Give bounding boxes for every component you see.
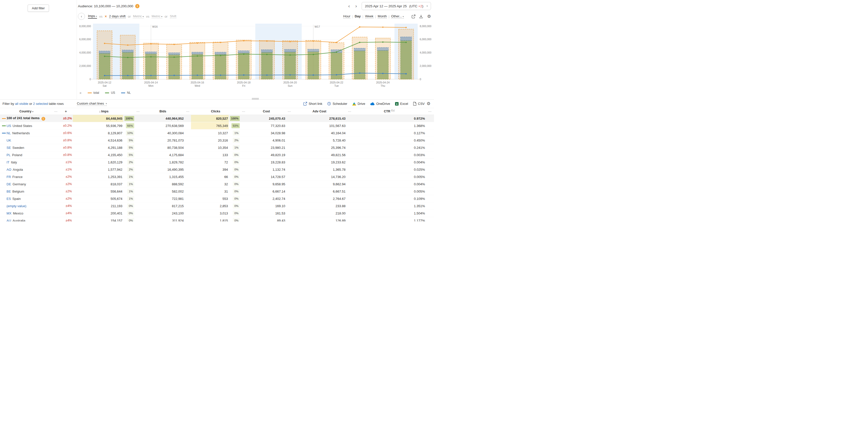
table-row[interactable]: USUnited States±0.2%55,936,79966%270,638… (0, 122, 434, 129)
cost-value: 49,820.19 (247, 151, 286, 159)
chart-settings-gear-icon[interactable]: ⚙ (427, 14, 431, 19)
table-row[interactable]: ESSpain±2%505,6741%722,9815530%2,402.742… (0, 195, 434, 202)
shift-selector-secondary[interactable]: Shift (170, 14, 177, 19)
table-row[interactable]: AUAustralia±4%154,1570%311,9241,8150%89.… (0, 217, 434, 222)
collapse-chart-controls-button[interactable]: ‹ (78, 13, 85, 20)
chevron-down-icon: ▾ (143, 15, 144, 18)
column-header-country[interactable]: Country▾ (0, 108, 53, 115)
column-header-ctr[interactable]: CTRf(x) (353, 108, 426, 115)
table-row[interactable]: SESweden±0.8%4,291,1885%80,738,50410,354… (0, 144, 434, 151)
drive-button[interactable]: Drive (352, 102, 365, 106)
granularity-day[interactable]: Day (354, 14, 361, 18)
country-column-menu-icon[interactable]: ⋯ (53, 108, 59, 115)
open-in-new-icon[interactable] (412, 14, 415, 18)
legend-item-total[interactable]: total (88, 91, 99, 94)
country-code-link[interactable]: UK (6, 139, 11, 142)
country-code-link[interactable]: SE (6, 146, 11, 150)
clicks-value: 820,527 (191, 115, 229, 122)
country-code-link[interactable]: US (6, 124, 11, 128)
table-row[interactable]: ITItaly±1%1,620,1292%1,829,782720%19,228… (0, 159, 434, 166)
column-header-clicks[interactable]: Clicks (191, 108, 240, 115)
country-code-link[interactable]: MX (6, 211, 11, 215)
svg-text:W17: W17 (315, 25, 320, 28)
remove-shift-icon[interactable]: × (105, 14, 107, 18)
svg-text:W16: W16 (152, 25, 158, 28)
ctr-column-menu-icon[interactable]: ⋯ (426, 108, 434, 115)
country-code-link[interactable]: FR (6, 175, 11, 179)
clicks-column-menu-icon[interactable]: ⋯ (240, 108, 247, 115)
bids-column-menu-icon[interactable]: ⋯ (184, 108, 191, 115)
excel-button[interactable]: XExcel (395, 102, 408, 106)
table-row[interactable]: UK±0.8%4,514,6365%20,781,07320,3162%4,90… (0, 137, 434, 144)
all-visible-link[interactable]: all visible (15, 102, 28, 106)
adv-cost-column-menu-icon[interactable]: ⋯ (346, 108, 353, 115)
table-row[interactable]: FRFrance±2%1,253,3911%1,315,455660%14,72… (0, 173, 434, 180)
country-code-link[interactable]: NL (6, 131, 11, 135)
close-legend-icon[interactable]: × (80, 91, 82, 95)
granularity-month[interactable]: Month (378, 14, 387, 19)
panel-resize-handle[interactable] (252, 97, 259, 100)
metric-selector-tertiary[interactable]: Metric▾ (152, 14, 162, 19)
granularity-other[interactable]: Other...▾ (391, 14, 404, 19)
onedrive-button[interactable]: OneDrive (370, 102, 390, 106)
column-header-cost[interactable]: Cost (247, 108, 286, 115)
bids-value: 20,781,073 (141, 137, 184, 144)
country-code-link[interactable]: ES (6, 197, 11, 201)
table-settings-gear-icon[interactable]: ⚙ (427, 101, 431, 106)
clicks-value: 1,815 (191, 217, 229, 222)
cost-column-menu-icon[interactable]: ⋯ (286, 108, 292, 115)
table-row[interactable]: (empty value)±4%211,1930%817,2152,8530%1… (0, 202, 434, 210)
download-icon[interactable] (419, 14, 423, 18)
country-code-link[interactable]: IT (6, 160, 9, 164)
legend-item-nl[interactable]: NL (121, 91, 131, 94)
country-code-link[interactable]: BE (6, 189, 11, 193)
granularity-week[interactable]: Week (365, 14, 373, 19)
table-row[interactable]: MXMexico±4%200,4010%243,1003,0130%161.53… (0, 210, 434, 217)
short-link-button[interactable]: Short link (303, 102, 322, 106)
legend-item-us[interactable]: US (105, 91, 115, 94)
country-code-link[interactable]: DE (6, 182, 11, 186)
clicks-value: 66 (191, 173, 229, 180)
imps-column-menu-icon[interactable]: ⋯ (135, 108, 141, 115)
metric-selector-primary[interactable]: Imps▾ (88, 14, 97, 19)
add-column-button[interactable]: + (59, 108, 73, 115)
cost-value: 161.53 (247, 210, 286, 217)
date-range-picker[interactable]: 2025 Apr 12 — 2025 Apr 25 (UTC +2) ▾ (362, 2, 431, 10)
chart-legend: × totalUSNL (77, 89, 434, 96)
column-header-imps[interactable]: ↓Imps (73, 108, 135, 115)
granularity-hour[interactable]: Hour (343, 14, 350, 19)
country-code-link[interactable]: AO (6, 168, 11, 172)
sampling-error-value: ±0.2% (59, 122, 73, 129)
clicks-share: 0% (229, 188, 240, 195)
table-row[interactable]: NLNetherlands±0.6%8,129,80710%40,300,084… (0, 129, 434, 137)
shift-selector[interactable]: 2 days shift (109, 14, 126, 19)
prev-date-range-button[interactable]: ‹ (346, 4, 351, 8)
column-header-adv-cost[interactable]: Adv Cost (292, 108, 346, 115)
combo-chart[interactable]: W16W17002,000,0002,000,0004,000,0004,000… (77, 24, 434, 89)
clicks-share: 0% (229, 159, 240, 166)
table-row[interactable]: PLPoland±0.8%4,155,4505%4,175,6841330%49… (0, 151, 434, 159)
chart-svg: W16W17002,000,0002,000,0004,000,0004,000… (77, 24, 434, 89)
imps-share: 66% (123, 122, 135, 129)
selected-rows-link[interactable]: 2 selected (33, 102, 48, 106)
clicks-value: 10,327 (191, 129, 229, 137)
table-row-total[interactable]: 100 of 241 total itemsi±0.2%84,448,94510… (0, 115, 434, 122)
metric-selector-secondary[interactable]: Metric▾ (133, 14, 144, 19)
info-icon[interactable]: i (41, 117, 45, 121)
vs-label: vs (99, 14, 102, 18)
info-icon[interactable]: i (135, 4, 140, 8)
country-code-link[interactable]: AU (6, 219, 11, 222)
scheduler-button[interactable]: Scheduler (327, 102, 347, 106)
table-row[interactable]: AOAngola±1%1,577,9422%16,490,3953940%1,1… (0, 166, 434, 173)
adv-cost-value: 278,615.43 (292, 115, 346, 122)
csv-button[interactable]: CSV (413, 102, 425, 106)
imps-share: 0% (123, 210, 135, 217)
custom-chart-lines-selector[interactable]: Custom chart lines ▾ (77, 101, 107, 106)
table-toolbar: Filter by all visible or 2 selected tabl… (0, 99, 434, 108)
add-filter-button[interactable]: Add filter (28, 4, 49, 12)
table-row[interactable]: DEGermany±2%818,0371%888,592320%9,658.95… (0, 180, 434, 188)
next-date-range-button[interactable]: › (353, 4, 359, 8)
country-code-link[interactable]: PL (6, 153, 10, 157)
table-row[interactable]: BEBelgium±2%556,6441%582,002310%6,667.14… (0, 188, 434, 195)
column-header-bids[interactable]: Bids (141, 108, 184, 115)
